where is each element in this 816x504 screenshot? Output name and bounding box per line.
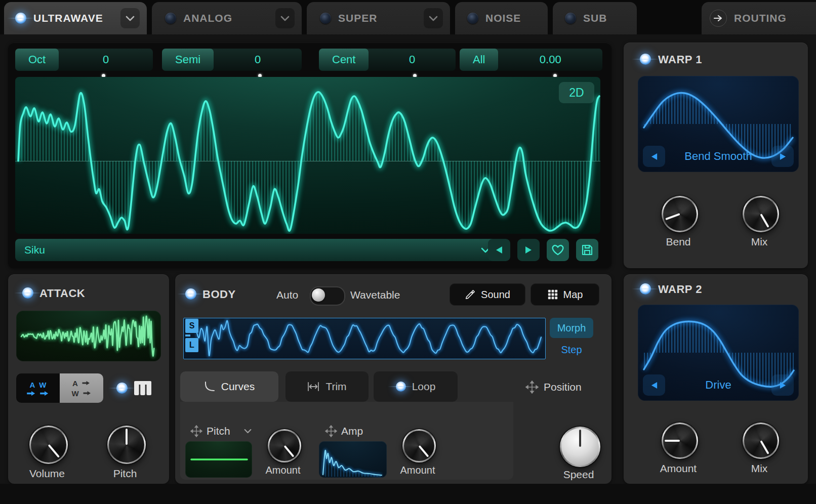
amp-amount-label: Amount xyxy=(385,465,451,476)
arrow-right-icon xyxy=(83,391,92,396)
warp1-display[interactable]: Bend Smooth xyxy=(638,76,799,172)
curve-amp-label[interactable]: Amp xyxy=(341,425,363,437)
body-wavetable-strip[interactable] xyxy=(183,318,546,359)
warp1-led[interactable] xyxy=(640,54,651,65)
tune-oct-label: Oct xyxy=(15,49,59,71)
speed-label: Speed xyxy=(546,469,611,481)
tune-cent-control[interactable]: Cent 0 xyxy=(319,49,456,71)
tune-all-label: All xyxy=(460,49,498,71)
warp2-display[interactable]: Drive xyxy=(638,305,799,401)
warp2-mix-label: Mix xyxy=(726,463,792,475)
pitch-curve-display[interactable] xyxy=(185,441,252,478)
map-button[interactable]: Map xyxy=(531,283,599,306)
chevron-down-icon[interactable] xyxy=(424,8,443,28)
chevron-down-icon[interactable] xyxy=(120,8,140,28)
sample-start-button[interactable]: S xyxy=(185,319,198,333)
loop-led[interactable] xyxy=(396,382,406,392)
warp1-mode[interactable]: Bend Smooth xyxy=(638,150,799,163)
tab-analog-led[interactable] xyxy=(165,13,176,24)
auto-wavetable-toggle[interactable] xyxy=(310,286,345,306)
tab-curves[interactable]: Curves xyxy=(180,371,278,402)
view-2d-button[interactable]: 2D xyxy=(559,82,594,103)
attack-pitch-knob[interactable] xyxy=(107,426,146,464)
tab-noise-label: NOISE xyxy=(485,12,521,24)
tab-analog[interactable]: ANALOG xyxy=(152,2,302,34)
attack-pitch-label: Pitch xyxy=(92,468,158,480)
attack-waveform-display xyxy=(16,311,161,361)
sample-loop-button[interactable]: L xyxy=(185,338,198,352)
position-label[interactable]: Position xyxy=(544,381,582,393)
arrow-right-icon xyxy=(27,391,36,396)
tune-cent-value[interactable]: 0 xyxy=(369,49,456,71)
attack-volume-knob[interactable] xyxy=(29,426,68,464)
piano-keys-icon[interactable] xyxy=(134,381,152,396)
prev-wavetable-button[interactable] xyxy=(488,239,510,261)
chevron-down-icon[interactable] xyxy=(244,429,252,434)
pitch-amount-knob[interactable] xyxy=(268,429,301,463)
auto-label: Auto xyxy=(276,289,298,301)
step-button[interactable]: Step xyxy=(550,341,593,358)
warp2-led[interactable] xyxy=(640,283,651,295)
morph-button[interactable]: Morph xyxy=(550,318,593,338)
tab-loop[interactable]: Loop xyxy=(374,371,458,402)
trim-icon xyxy=(307,382,319,391)
warp1-mix-label: Mix xyxy=(726,236,792,248)
attack-route-serial-button[interactable]: A W xyxy=(60,373,103,403)
amp-curve-display[interactable] xyxy=(319,441,387,478)
warp1-panel: WARP 1 Bend Smooth Bend Mix xyxy=(624,43,808,268)
wavetable-select[interactable]: Siku xyxy=(15,239,498,261)
tune-oct-control[interactable]: Oct 0 xyxy=(15,49,153,71)
tune-cent-label: Cent xyxy=(319,49,369,71)
tab-super-led[interactable] xyxy=(320,13,331,24)
save-button[interactable] xyxy=(576,239,598,261)
curve-pitch-label[interactable]: Pitch xyxy=(207,425,230,437)
route-w-label: W xyxy=(71,389,78,398)
attack-keytrack-led[interactable] xyxy=(116,383,128,394)
main-waveform-display[interactable]: 2D xyxy=(15,77,600,234)
tab-routing-label: ROUTING xyxy=(734,12,787,24)
warp1-bend-knob[interactable] xyxy=(662,196,698,232)
tune-all-value[interactable]: 0.00 xyxy=(498,49,602,71)
tab-routing[interactable]: ROUTING xyxy=(702,2,816,34)
warp2-mode[interactable]: Drive xyxy=(638,379,799,392)
warp2-mix-knob[interactable] xyxy=(743,423,779,459)
tab-trim[interactable]: Trim xyxy=(285,371,369,402)
tune-semi-label: Semi xyxy=(162,49,214,71)
sound-button[interactable]: Sound xyxy=(450,283,525,306)
move-icon[interactable] xyxy=(525,381,539,394)
tab-noise-led[interactable] xyxy=(467,13,478,24)
warp2-amount-label: Amount xyxy=(645,463,711,475)
chevron-down-icon[interactable] xyxy=(275,8,295,28)
warp1-mix-knob[interactable] xyxy=(743,196,779,232)
move-icon[interactable] xyxy=(325,425,337,437)
tab-noise[interactable]: NOISE xyxy=(455,2,548,34)
tab-ultrawave-led[interactable] xyxy=(15,13,26,24)
warp2-panel: WARP 2 Drive Amount Mix xyxy=(624,274,808,484)
next-wavetable-button[interactable] xyxy=(517,239,540,261)
attack-route-parallel-button[interactable]: A W xyxy=(16,373,60,403)
move-icon[interactable] xyxy=(190,425,202,437)
route-a-label: A xyxy=(29,381,35,389)
tab-super[interactable]: SUPER xyxy=(307,2,450,34)
pencil-icon xyxy=(465,289,476,300)
tune-all-control[interactable]: All 0.00 xyxy=(460,49,602,71)
tune-semi-control[interactable]: Semi 0 xyxy=(162,49,302,71)
tab-ultrawave[interactable]: ULTRAWAVE xyxy=(4,2,147,34)
tune-oct-value[interactable]: 0 xyxy=(59,49,153,71)
main-waveform xyxy=(15,77,600,234)
tab-sub[interactable]: SUB xyxy=(553,2,637,34)
warp2-amount-knob[interactable] xyxy=(662,423,698,459)
tab-super-label: SUPER xyxy=(338,12,377,24)
attack-led[interactable] xyxy=(22,287,33,299)
body-led[interactable] xyxy=(185,288,196,300)
next-triangle-icon xyxy=(524,245,533,255)
amp-amount-knob[interactable] xyxy=(402,429,436,463)
wavetable-name: Siku xyxy=(24,244,45,256)
favorite-button[interactable] xyxy=(547,239,569,261)
engine-tab-bar: ULTRAWAVE ANALOG SUPER NOISE SUB xyxy=(0,0,816,34)
tab-trim-label: Trim xyxy=(325,381,346,393)
tab-sub-led[interactable] xyxy=(565,13,576,24)
position-speed-knob[interactable] xyxy=(560,427,600,467)
tune-semi-value[interactable]: 0 xyxy=(214,49,302,71)
tab-loop-label: Loop xyxy=(412,381,436,393)
